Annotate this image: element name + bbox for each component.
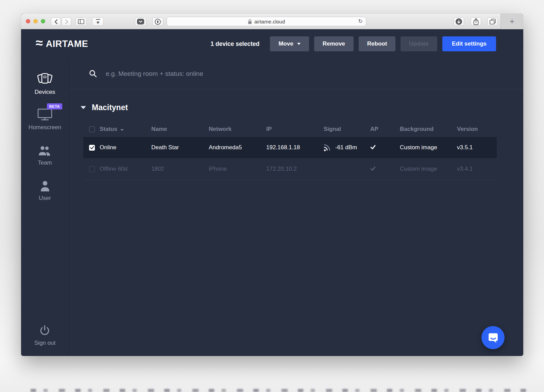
address-bar[interactable]: airtame.cloud ↻ (167, 17, 366, 26)
remove-button[interactable]: Remove (314, 36, 354, 51)
share-icon (473, 18, 479, 25)
column-header-status[interactable]: Status (100, 126, 151, 133)
column-header-ap[interactable]: AP (370, 126, 400, 133)
column-header-name[interactable]: Name (151, 126, 209, 133)
minimize-window-button[interactable] (33, 19, 38, 23)
onepassword-extension-button[interactable] (152, 17, 163, 26)
back-button[interactable] (51, 17, 61, 26)
sidebar-item-homescreen[interactable]: BETA Homescreen (29, 107, 61, 131)
lock-icon (248, 19, 252, 24)
sidebar-toggle-button[interactable] (75, 17, 87, 26)
chat-bubble-icon (487, 331, 499, 344)
chevron-down-icon (297, 43, 301, 45)
chevron-right-icon (65, 19, 68, 24)
main-content: Macitynet Status Name Network IP Signal … (69, 58, 523, 356)
table-header-row: Status Name Network IP Signal AP Backgro… (83, 121, 497, 137)
cell-status: Online (100, 144, 151, 151)
row-checkbox-unchecked[interactable] (89, 166, 95, 172)
column-header-background[interactable]: Background (400, 126, 457, 133)
onepassword-icon (155, 19, 161, 25)
zoom-window-button[interactable] (41, 19, 45, 23)
edit-settings-button[interactable]: Edit settings (442, 36, 496, 51)
close-window-button[interactable] (26, 19, 30, 23)
favorites-button[interactable]: ★ (92, 17, 104, 26)
team-icon (38, 142, 52, 156)
move-button-label: Move (278, 40, 293, 47)
sidebar-item-label: User (39, 195, 51, 202)
cell-ip: 192.168.1.18 (266, 144, 324, 151)
device-group-header: Macitynet (69, 89, 523, 121)
sidebar-item-devices[interactable]: Devices (35, 71, 55, 96)
select-all-checkbox[interactable] (89, 126, 95, 132)
tab-overview-button[interactable] (487, 17, 498, 26)
sidebar-item-team[interactable]: Team (38, 142, 52, 166)
airtame-logo-text: AIRTAME (46, 39, 88, 49)
sidebar-icon (78, 19, 84, 24)
cell-status: Offline 60d (100, 166, 151, 172)
cell-name: 1802 (151, 166, 209, 172)
cell-signal: -61 dBm (324, 144, 370, 152)
sort-arrow-icon (120, 129, 124, 131)
update-button[interactable]: Update (401, 36, 437, 51)
browser-window: ★ airtame.cloud ↻ (21, 14, 523, 356)
check-icon (90, 146, 94, 149)
browser-toolbar: ★ airtame.cloud ↻ (21, 14, 523, 29)
search-input[interactable] (106, 70, 523, 78)
power-icon (39, 322, 51, 337)
update-button-label: Update (409, 40, 429, 47)
selection-status: 1 device selected (210, 40, 259, 48)
homescreen-icon: BETA (37, 107, 53, 121)
beta-badge: BETA (47, 103, 62, 109)
cell-network: Andromeda5 (209, 144, 266, 151)
sidebar-item-signout[interactable]: Sign out (34, 322, 55, 346)
remove-button-label: Remove (323, 40, 345, 47)
sidebar-item-label: Sign out (34, 340, 55, 346)
sidebar: Devices BETA Homescreen (21, 58, 69, 356)
chat-launcher-button[interactable] (481, 326, 505, 349)
table-row-death-star[interactable]: Online Death Star Andromeda5 192.168.1.1… (83, 137, 497, 158)
sidebar-item-label: Homescreen (29, 124, 61, 131)
table-row-1802[interactable]: Offline 60d 1802 iPhone 172.20.10.2 Cust… (83, 158, 497, 180)
move-button[interactable]: Move (270, 36, 309, 51)
cell-ap (370, 144, 400, 151)
user-icon (40, 177, 50, 192)
cell-ap (370, 166, 400, 172)
new-tab-button[interactable]: + (500, 14, 523, 29)
cell-name: Death Star (151, 144, 209, 151)
share-button[interactable] (471, 17, 481, 26)
edit-settings-button-label: Edit settings (452, 40, 487, 47)
pocket-extension-button[interactable] (135, 17, 146, 26)
reboot-button[interactable]: Reboot (359, 36, 396, 51)
plus-icon: + (510, 17, 514, 26)
cell-background: Custom image (400, 144, 457, 151)
column-header-version[interactable]: Version (457, 126, 497, 133)
download-icon (456, 18, 462, 25)
signal-value: -61 dBm (335, 144, 357, 151)
reload-icon[interactable]: ↻ (358, 18, 363, 24)
cell-ip: 172.20.10.2 (266, 166, 324, 172)
airtame-app: ≈ AIRTAME 1 device selected Move Remove … (21, 29, 523, 356)
ap-check-icon (370, 145, 376, 149)
column-header-ip[interactable]: IP (266, 126, 324, 133)
airtame-logo-mark-icon: ≈ (36, 38, 43, 48)
forward-button[interactable] (62, 17, 71, 26)
cell-version: v3.5.1 (457, 144, 497, 151)
cell-background: Custom image (400, 166, 457, 172)
chevron-left-icon (54, 19, 58, 24)
column-header-network[interactable]: Network (209, 126, 266, 133)
collapse-group-icon[interactable] (81, 106, 86, 109)
sidebar-item-label: Team (38, 159, 52, 166)
ap-check-icon (370, 166, 376, 171)
search-icon (89, 70, 97, 78)
row-checkbox-checked[interactable] (89, 145, 95, 151)
group-title: Macitynet (92, 103, 128, 112)
background-window-edge (31, 389, 530, 392)
airtame-logo[interactable]: ≈ AIRTAME (36, 39, 88, 49)
device-table: Status Name Network IP Signal AP Backgro… (83, 121, 497, 180)
search-bar (69, 58, 523, 89)
downloads-button[interactable] (454, 17, 464, 26)
tabs-icon (489, 18, 496, 25)
app-header: ≈ AIRTAME 1 device selected Move Remove … (21, 29, 523, 58)
column-header-signal[interactable]: Signal (324, 126, 370, 133)
sidebar-item-user[interactable]: User (39, 177, 51, 202)
